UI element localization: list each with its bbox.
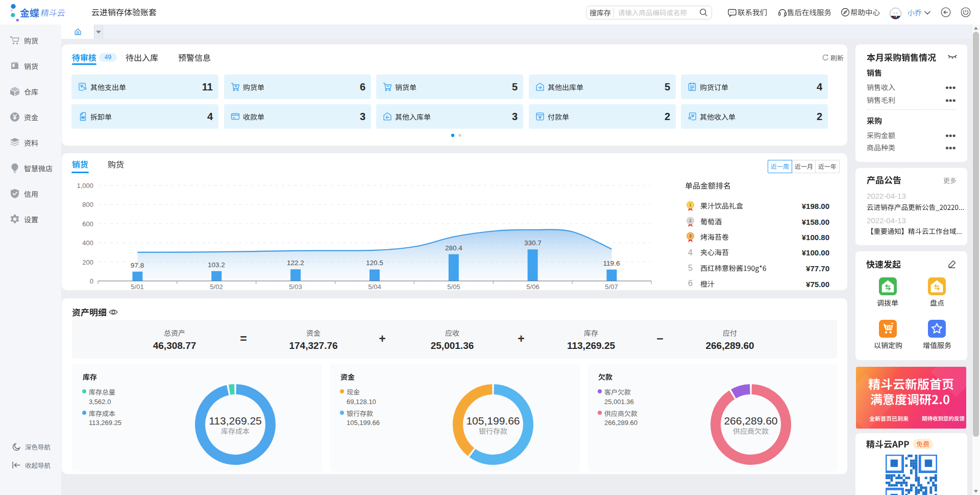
svg-text:3: 3: [689, 233, 692, 239]
svg-text:1: 1: [689, 202, 692, 207]
svg-text:2: 2: [689, 218, 692, 223]
